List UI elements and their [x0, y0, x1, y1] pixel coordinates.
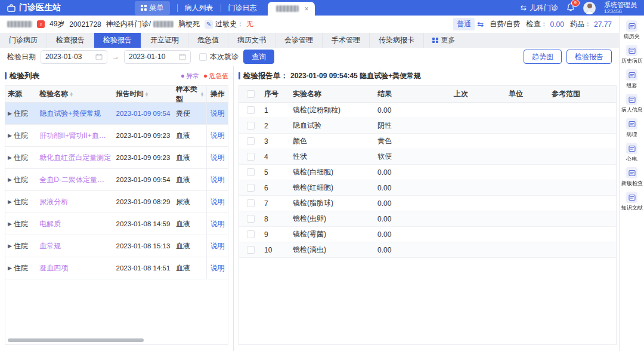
row-checkbox[interactable]: [247, 215, 255, 223]
lab-list-row[interactable]: ▶住院凝血四项2023-01-08 14:51血液说明: [5, 257, 228, 279]
sidebar-item-patient-info[interactable]: 病人信息: [621, 94, 643, 114]
explain-link[interactable]: 说明: [210, 241, 225, 251]
explain-link[interactable]: 说明: [210, 263, 225, 273]
row-checkbox[interactable]: [247, 246, 255, 254]
row-test-name[interactable]: 尿液分析: [37, 197, 113, 207]
date-from-input[interactable]: 2023-01-03: [41, 50, 107, 64]
expand-caret-icon[interactable]: ▶: [8, 177, 12, 183]
lab-report-row[interactable]: 3颜色黄色: [239, 134, 616, 149]
lab-list-row[interactable]: ▶住院肝功能II+肾功II+血脂血糖...2023-01-09 09:23血液说…: [5, 125, 228, 147]
expand-caret-icon[interactable]: ▶: [8, 199, 12, 205]
horizontal-scrollbar[interactable]: [8, 338, 144, 342]
lab-list-row[interactable]: ▶住院电解质2023-01-08 14:59血液说明: [5, 213, 228, 235]
user-avatar[interactable]: [583, 2, 596, 14]
query-button[interactable]: 查询: [243, 50, 274, 64]
checkbox-box[interactable]: [199, 53, 207, 61]
explain-link[interactable]: 说明: [210, 175, 225, 185]
sidebar-item-record-folder[interactable]: 病历夹: [623, 20, 640, 41]
lab-report-row[interactable]: 9镜检(霉菌)0.00: [239, 227, 616, 242]
lab-report-row[interactable]: 6镜检(红细胞)0.00: [239, 180, 616, 196]
menu-button[interactable]: 菜单: [135, 1, 170, 15]
module-tab[interactable]: 会诊管理: [275, 33, 323, 48]
row-checkbox[interactable]: [247, 199, 255, 207]
sidebar-item-ecg[interactable]: 心电: [626, 143, 637, 163]
expand-caret-icon[interactable]: ▶: [8, 243, 12, 249]
expand-caret-icon[interactable]: ▶: [8, 155, 12, 161]
expand-caret-icon[interactable]: ▶: [8, 110, 12, 116]
sidebar-item-knowledge[interactable]: 知识文献: [621, 192, 643, 212]
edit-allergy-icon[interactable]: ✎: [205, 20, 213, 29]
lab-report-row[interactable]: 4性状软便: [239, 149, 616, 165]
sidebar-item-new-exam[interactable]: 新版检查: [621, 167, 643, 187]
lab-list-row[interactable]: ▶住院全血D-二聚体定量测定(D-...2023-01-09 09:54血液说明: [5, 169, 228, 191]
lab-list-row[interactable]: ▶住院尿液分析2023-01-09 08:29尿液说明: [5, 191, 228, 213]
explain-link[interactable]: 说明: [210, 109, 225, 119]
patient-document-tab[interactable]: ×: [268, 2, 315, 16]
row-test-name[interactable]: 电解质: [37, 219, 113, 229]
module-tab[interactable]: 传染病报卡: [370, 33, 424, 48]
more-tabs-button[interactable]: 更多: [424, 33, 464, 48]
expand-caret-icon[interactable]: ▶: [8, 265, 12, 271]
lab-report-row[interactable]: 8镜检(虫卵)0.00: [239, 211, 616, 227]
abnormal-dot: [181, 75, 184, 78]
lab-list-row[interactable]: ▶住院糖化血红蛋白定量测定2023-01-09 09:23血液说明: [5, 147, 228, 169]
nav-outpatient-log[interactable]: 门诊日志: [228, 3, 257, 13]
expand-caret-icon[interactable]: ▶: [8, 133, 12, 138]
col-report-time[interactable]: 报告时间▲▼: [114, 90, 174, 98]
trend-chart-button[interactable]: 趋势图: [524, 50, 562, 64]
notification-bell[interactable]: 9: [566, 3, 575, 13]
module-tab[interactable]: 开立证明: [141, 33, 188, 48]
sidebar-item-label: 新版检查: [621, 180, 642, 187]
lab-report-row[interactable]: 10镜检(滴虫)0.00: [239, 242, 616, 258]
switch-fee-type-icon[interactable]: ⇆: [477, 20, 484, 29]
sort-icon[interactable]: ▲▼: [145, 92, 149, 96]
lab-list-row[interactable]: ▶住院隐血试验+粪便常规2023-01-09 09:54粪便说明: [5, 103, 228, 125]
col-test-name[interactable]: 检验名称▲▼: [37, 89, 113, 99]
row-checkbox[interactable]: [247, 184, 255, 192]
row-test-name[interactable]: 凝血四项: [37, 263, 113, 273]
user-info[interactable]: 系统管理员 123456: [604, 1, 637, 15]
row-test-name[interactable]: 糖化血红蛋白定量测定: [37, 153, 113, 163]
department-switcher[interactable]: ⇆ 儿科门诊: [521, 3, 558, 13]
row-test-name[interactable]: 肝功能II+肾功II+血脂血糖...: [37, 131, 113, 141]
module-tab[interactable]: 危急值: [188, 33, 228, 48]
sidebar-item-pathology[interactable]: 病理: [626, 118, 637, 138]
sidebar-item-order-set[interactable]: 组套: [626, 69, 637, 90]
row-checkbox[interactable]: [247, 153, 255, 161]
row-checkbox[interactable]: [247, 168, 255, 176]
row-checkbox[interactable]: [247, 122, 255, 130]
lab-report-row[interactable]: 1镜检(淀粉颗粒)0.00: [239, 103, 616, 118]
explain-link[interactable]: 说明: [210, 197, 225, 207]
row-checkbox[interactable]: [247, 137, 255, 145]
expand-caret-icon[interactable]: ▶: [8, 221, 12, 227]
row-test-name[interactable]: 全血D-二聚体定量测定(D-...: [37, 175, 113, 185]
sidebar-item-history-records[interactable]: 历史病历: [621, 45, 643, 65]
lab-report-row[interactable]: 2隐血试验阴性: [239, 118, 616, 134]
col-sample-type[interactable]: 样本类型▲▼: [174, 85, 206, 104]
sort-icon[interactable]: ▲▼: [69, 92, 73, 96]
sort-icon[interactable]: ▲▼: [200, 92, 204, 96]
row-test-name[interactable]: 隐血试验+粪便常规: [37, 109, 113, 119]
close-tab-icon[interactable]: ×: [305, 5, 309, 13]
lab-list-row[interactable]: ▶住院血常规2023-01-08 15:13血液说明: [5, 235, 228, 257]
date-to-input[interactable]: 2023-01-10: [124, 50, 191, 64]
user-name: 系统管理员: [604, 1, 637, 9]
row-test-name[interactable]: 血常规: [37, 241, 113, 251]
module-tab[interactable]: 门诊病历: [0, 33, 47, 48]
module-tab[interactable]: 手术管理: [323, 33, 370, 48]
explain-link[interactable]: 说明: [210, 153, 225, 163]
lab-report-row[interactable]: 5镜检(白细胞)0.00: [239, 165, 616, 180]
module-tab[interactable]: 检查报告: [47, 33, 94, 48]
explain-link[interactable]: 说明: [210, 219, 225, 229]
this-visit-checkbox[interactable]: 本次就诊: [199, 52, 239, 62]
module-tab[interactable]: 病历文书: [228, 33, 275, 48]
select-all-checkbox[interactable]: [247, 90, 255, 98]
lab-report-button[interactable]: 检验报告: [566, 50, 612, 64]
row-checkbox[interactable]: [247, 106, 255, 114]
nav-patient-list[interactable]: 病人列表: [185, 3, 213, 13]
row-checkbox[interactable]: [247, 230, 255, 238]
explain-link[interactable]: 说明: [210, 131, 225, 141]
drug-fee-value: 27.77: [594, 20, 612, 29]
lab-report-row[interactable]: 7镜检(脂肪球)0.00: [239, 196, 616, 211]
module-tab[interactable]: 检验报告: [94, 33, 141, 48]
